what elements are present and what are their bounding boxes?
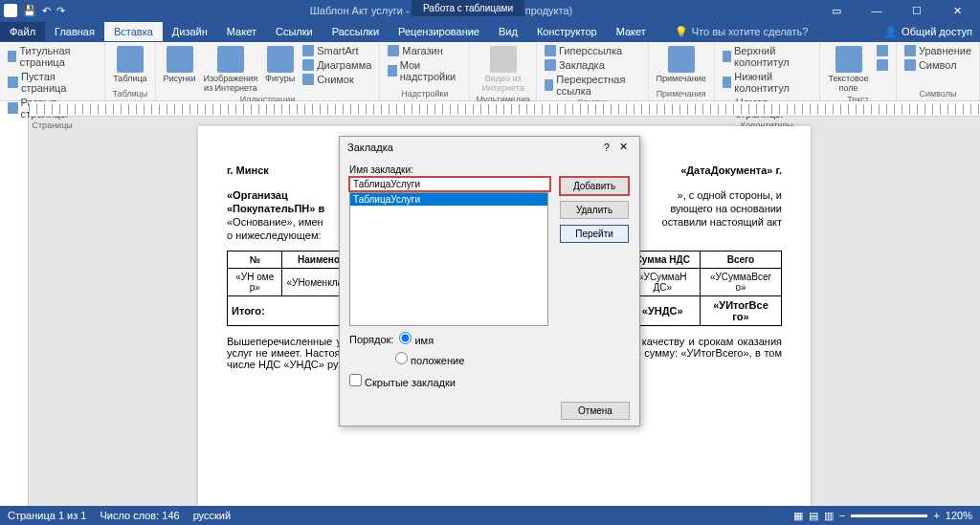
- bookmark-name-label: Имя закладки:: [349, 164, 630, 175]
- hyperlink-button[interactable]: Гиперссылка: [543, 44, 642, 57]
- share-button[interactable]: 👤 Общий доступ: [884, 26, 972, 38]
- doc-date: «ДатаДокумента» г.: [680, 164, 782, 176]
- table-button[interactable]: Таблица: [111, 44, 148, 85]
- comment-button[interactable]: Примечание: [655, 44, 708, 85]
- word-icon: [4, 4, 17, 17]
- hidden-bookmarks-checkbox[interactable]: Скрытые закладки: [349, 374, 456, 388]
- tell-me-input[interactable]: 💡 Что вы хотите сделать?: [675, 26, 809, 38]
- smartart-button[interactable]: SmartArt: [301, 44, 373, 57]
- textbox-button[interactable]: Текстовое поле: [826, 44, 871, 95]
- equation-button[interactable]: Уравнение: [902, 44, 973, 57]
- sort-location-radio[interactable]: положение: [395, 352, 464, 366]
- zoom-out-icon[interactable]: −: [839, 510, 845, 521]
- window-options-icon[interactable]: ▭: [817, 0, 856, 21]
- goto-button[interactable]: Перейти: [560, 225, 629, 243]
- sort-name-radio[interactable]: имя: [399, 332, 434, 346]
- bookmark-dialog: Закладка ? ✕ Имя закладки: ТаблицаУслуги…: [339, 136, 640, 427]
- dialog-close-icon[interactable]: ✕: [610, 141, 632, 153]
- view-print-icon[interactable]: ▤: [809, 510, 818, 522]
- zoom-slider[interactable]: [851, 514, 927, 517]
- dialog-title: Закладка: [347, 142, 604, 153]
- order-label: Порядок:: [349, 334, 393, 345]
- view-web-icon[interactable]: ▥: [824, 510, 834, 522]
- ruler-vertical[interactable]: [0, 117, 29, 525]
- tab-home[interactable]: Главная: [45, 22, 104, 41]
- crossref-button[interactable]: Перекрестная ссылка: [543, 73, 642, 98]
- table-tools-label: Работа с таблицами: [412, 0, 524, 16]
- pictures-button[interactable]: Рисунки: [162, 44, 198, 85]
- zoom-in-icon[interactable]: +: [933, 510, 939, 521]
- doc-city: г. Минск: [227, 164, 269, 176]
- tab-table-design[interactable]: Конструктор: [527, 22, 607, 41]
- ribbon-tables: Таблица Таблицы: [105, 42, 155, 100]
- zoom-value[interactable]: 120%: [946, 510, 972, 521]
- bookmark-list-item[interactable]: ТаблицаУслуги: [350, 193, 547, 206]
- tab-table-layout[interactable]: Макет: [607, 22, 656, 41]
- store-button[interactable]: Магазин: [386, 44, 463, 57]
- ribbon: Титульная страница Пустая страница Разры…: [0, 42, 980, 101]
- status-page[interactable]: Страница 1 из 1: [8, 510, 86, 521]
- menubar: Файл Главная Вставка Дизайн Макет Ссылки…: [0, 21, 980, 42]
- bookmark-list[interactable]: ТаблицаУслуги: [349, 192, 548, 326]
- bookmark-name-input[interactable]: [349, 177, 550, 191]
- ribbon-headfoot: Верхний колонтитул Нижний колонтитул Ном…: [715, 42, 821, 100]
- online-video-button[interactable]: Видео из Интернета: [476, 44, 530, 95]
- ribbon-media: Видео из Интернета Мультимедиа: [470, 42, 537, 100]
- cancel-button[interactable]: Отмена: [561, 402, 630, 420]
- qat-undo-icon[interactable]: ↶: [42, 5, 51, 17]
- minimize-icon[interactable]: —: [858, 0, 896, 21]
- titlebar: 💾 ↶ ↷ Шаблон Акт услуги - Word (Сбой акт…: [0, 0, 980, 21]
- maximize-icon[interactable]: ☐: [898, 0, 936, 21]
- header-button[interactable]: Верхний колонтитул: [721, 44, 814, 69]
- ribbon-text: Текстовое поле Текст: [820, 42, 897, 100]
- ribbon-pages: Титульная страница Пустая страница Разры…: [0, 42, 105, 100]
- close-icon[interactable]: ✕: [938, 0, 976, 21]
- tab-insert[interactable]: Вставка: [104, 22, 163, 41]
- ribbon-illustrations: Рисунки Изображения из Интернета Фигуры …: [156, 42, 381, 100]
- ribbon-links: Гиперссылка Закладка Перекрестная ссылка…: [537, 42, 649, 100]
- tab-view[interactable]: Вид: [489, 22, 527, 41]
- online-pictures-button[interactable]: Изображения из Интернета: [202, 44, 260, 95]
- bookmark-button[interactable]: Закладка: [543, 58, 642, 72]
- footer-button[interactable]: Нижний колонтитул: [721, 70, 814, 95]
- ribbon-addins: Магазин Мои надстройки Надстройки: [380, 42, 470, 100]
- dropcap-button[interactable]: [875, 58, 890, 72]
- tab-design[interactable]: Дизайн: [163, 22, 217, 41]
- screenshot-button[interactable]: Снимок: [301, 73, 373, 86]
- chart-button[interactable]: Диаграмма: [301, 58, 373, 72]
- view-read-icon[interactable]: ▦: [793, 510, 803, 522]
- ribbon-comments: Примечание Примечания: [649, 42, 715, 100]
- cover-page-button[interactable]: Титульная страница: [6, 44, 99, 69]
- wordart-button[interactable]: [875, 44, 890, 57]
- shapes-button[interactable]: Фигуры: [263, 44, 297, 85]
- qat-save-icon[interactable]: 💾: [23, 5, 36, 17]
- tab-mailings[interactable]: Рассылки: [323, 22, 389, 41]
- add-button[interactable]: Добавить: [560, 177, 629, 195]
- status-words[interactable]: Число слов: 146: [100, 510, 179, 521]
- tab-file[interactable]: Файл: [0, 22, 45, 41]
- tab-review[interactable]: Рецензирование: [389, 22, 489, 41]
- qat-redo-icon[interactable]: ↷: [56, 5, 65, 17]
- ruler-horizontal[interactable]: [29, 101, 980, 117]
- blank-page-button[interactable]: Пустая страница: [6, 70, 99, 95]
- statusbar: Страница 1 из 1 Число слов: 146 русский …: [0, 506, 980, 525]
- symbol-button[interactable]: Символ: [902, 58, 973, 72]
- ribbon-symbols: Уравнение Символ Символы: [897, 42, 980, 100]
- delete-button[interactable]: Удалить: [560, 201, 629, 219]
- tab-layout[interactable]: Макет: [217, 22, 266, 41]
- status-lang[interactable]: русский: [193, 510, 231, 521]
- my-addins-button[interactable]: Мои надстройки: [386, 58, 463, 83]
- tab-references[interactable]: Ссылки: [266, 22, 323, 41]
